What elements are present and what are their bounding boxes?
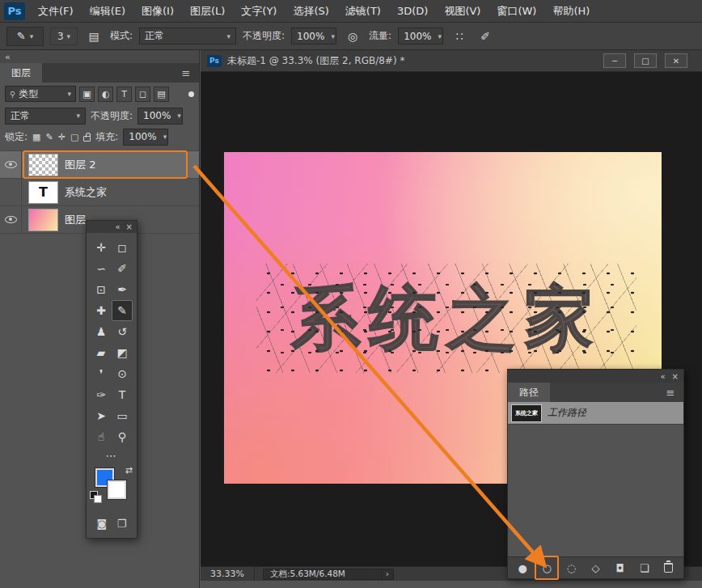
maximize-button[interactable]: □ bbox=[634, 53, 657, 68]
make-work-path-button[interactable]: ◇ bbox=[586, 558, 606, 577]
collapse-dock-icon[interactable]: « bbox=[5, 52, 11, 62]
status-expand-icon[interactable]: › bbox=[381, 569, 393, 579]
layer-name[interactable]: 图层 bbox=[65, 213, 86, 227]
text-layer-thumbnail[interactable]: T bbox=[28, 181, 58, 204]
lock-position-icon[interactable]: ✛ bbox=[58, 132, 66, 142]
close-panel-icon[interactable]: × bbox=[672, 372, 679, 381]
work-path-name[interactable]: 工作路径 bbox=[548, 406, 586, 420]
delete-path-button[interactable] bbox=[659, 558, 679, 577]
layer-name[interactable]: 系统之家 bbox=[65, 185, 107, 200]
eyedropper-tool[interactable]: ✒ bbox=[112, 279, 133, 300]
fill-path-button[interactable]: ● bbox=[513, 558, 532, 577]
layers-panel-tabbar: 图层 ≡ bbox=[0, 63, 199, 82]
panel-menu-icon[interactable]: ≡ bbox=[658, 383, 683, 402]
dodge-tool[interactable]: ⊙ bbox=[112, 363, 133, 384]
quick-selection-tool[interactable]: ✐ bbox=[112, 258, 133, 279]
eraser-tool[interactable]: ▰ bbox=[91, 342, 112, 363]
visibility-toggle[interactable] bbox=[0, 151, 22, 178]
visibility-toggle[interactable] bbox=[0, 179, 22, 205]
filter-adjustment-layers-icon[interactable]: ◐ bbox=[98, 87, 113, 102]
brush-size-picker[interactable]: 3 ▾ bbox=[50, 27, 78, 45]
work-path-row[interactable]: 系统之家 工作路径 bbox=[508, 402, 683, 425]
tab-paths[interactable]: 路径 bbox=[508, 383, 550, 402]
menu-item-window[interactable]: 窗口(W) bbox=[488, 0, 544, 23]
new-path-button[interactable]: ❏ bbox=[635, 558, 654, 577]
move-tool[interactable]: ✛ bbox=[91, 237, 112, 258]
swap-colors-icon[interactable]: ⇄ bbox=[125, 465, 133, 476]
lock-artboard-icon[interactable]: ▢ bbox=[70, 132, 78, 142]
quick-mask-icon[interactable]: ◙ bbox=[97, 518, 108, 530]
add-mask-button[interactable]: ◘ bbox=[611, 558, 630, 577]
pen-tool[interactable]: ✑ bbox=[91, 384, 112, 405]
type-tool[interactable]: T bbox=[112, 384, 133, 405]
layer-thumbnail[interactable] bbox=[28, 209, 58, 231]
rectangular-marquee-tool[interactable]: ◻ bbox=[112, 237, 133, 258]
tool-preset-picker[interactable]: ✎ ▾ bbox=[6, 27, 44, 46]
layer-blend-mode-select[interactable]: 正常 ▾ bbox=[5, 108, 86, 125]
more-tools-icon[interactable]: ⋯ bbox=[87, 447, 137, 463]
close-button[interactable]: ✕ bbox=[665, 53, 687, 68]
menu-item-3d[interactable]: 3D(D) bbox=[389, 0, 436, 23]
menu-item-select[interactable]: 选择(S) bbox=[285, 0, 336, 23]
background-color-swatch[interactable] bbox=[108, 480, 126, 499]
document-titlebar: Ps 未标题-1 @ 33.3% (图层 2, RGB/8#) * ─ □ ✕ bbox=[201, 50, 702, 72]
visibility-toggle[interactable] bbox=[0, 206, 22, 233]
brush-panel-toggle-icon[interactable]: ▤ bbox=[84, 27, 104, 45]
flow-select[interactable]: 100% ▾ bbox=[398, 27, 443, 44]
filter-pixel-layers-icon[interactable]: ▣ bbox=[79, 87, 95, 102]
filter-shape-layers-icon[interactable]: ◻ bbox=[135, 87, 150, 102]
pressure-opacity-icon[interactable]: ◎ bbox=[343, 27, 362, 45]
layer-row-text[interactable]: T 系统之家 bbox=[0, 179, 199, 206]
collapse-panel-icon[interactable]: « bbox=[115, 222, 120, 231]
lasso-tool[interactable]: ∽ bbox=[91, 258, 112, 279]
stroke-path-button[interactable]: ○ bbox=[537, 558, 556, 577]
path-selection-tool[interactable]: ➤ bbox=[91, 405, 112, 426]
healing-brush-tool[interactable]: ✚ bbox=[91, 300, 112, 321]
layer-name[interactable]: 图层 2 bbox=[65, 158, 95, 172]
blend-mode-select[interactable]: 正常 ▾ bbox=[139, 27, 236, 44]
airbrush-icon[interactable]: ∷ bbox=[450, 27, 469, 45]
history-brush-tool[interactable]: ↺ bbox=[112, 321, 133, 342]
layer-row-layer2[interactable]: 图层 2 bbox=[0, 151, 199, 179]
screen-mode-icon[interactable]: ❐ bbox=[117, 518, 127, 530]
menu-item-image[interactable]: 图像(I) bbox=[133, 0, 182, 23]
menu-item-filter[interactable]: 滤镜(T) bbox=[337, 0, 389, 23]
rectangle-tool[interactable]: ▭ bbox=[112, 405, 133, 426]
layer-opacity-select[interactable]: 100% ▾ bbox=[137, 108, 183, 125]
filter-smart-object-layers-icon[interactable]: ▤ bbox=[154, 87, 169, 102]
pressure-size-icon[interactable]: ✐ bbox=[476, 27, 495, 45]
minimize-button[interactable]: ─ bbox=[603, 53, 626, 68]
layer-filter-value: 类型 bbox=[19, 87, 38, 101]
zoom-tool[interactable]: ⚲ bbox=[112, 426, 133, 447]
load-path-as-selection-button[interactable]: ◌ bbox=[561, 558, 581, 577]
lock-transparency-icon[interactable]: ▦ bbox=[32, 132, 40, 142]
menu-item-type[interactable]: 文字(Y) bbox=[233, 0, 285, 23]
lock-label: 锁定: bbox=[5, 130, 27, 144]
layer-filter-select[interactable]: ⚲ 类型 ▾ bbox=[5, 86, 76, 102]
lock-pixels-icon[interactable]: ✎ bbox=[45, 132, 53, 142]
filter-type-layers-icon[interactable]: T bbox=[116, 87, 132, 102]
menu-item-help[interactable]: 帮助(H) bbox=[544, 0, 598, 23]
zoom-level[interactable]: 33.33% bbox=[201, 567, 255, 581]
lock-all-icon[interactable] bbox=[83, 136, 91, 142]
layer-fill-select[interactable]: 100% ▾ bbox=[123, 129, 168, 146]
menu-item-view[interactable]: 视图(V) bbox=[436, 0, 488, 23]
clone-stamp-tool[interactable]: ♟ bbox=[91, 321, 112, 342]
tab-layers[interactable]: 图层 bbox=[0, 63, 42, 82]
blur-tool[interactable]: ❜ bbox=[91, 363, 112, 384]
collapse-panel-icon[interactable]: « bbox=[660, 372, 665, 381]
menu-item-layer[interactable]: 图层(L) bbox=[182, 0, 233, 23]
menu-item-edit[interactable]: 编辑(E) bbox=[82, 0, 133, 23]
layer-thumbnail[interactable] bbox=[28, 154, 58, 176]
brush-tool[interactable]: ✎ bbox=[112, 300, 133, 321]
close-panel-icon[interactable]: × bbox=[126, 222, 133, 231]
gradient-tool[interactable]: ◩ bbox=[112, 342, 133, 363]
crop-tool[interactable]: ⊡ bbox=[91, 279, 112, 300]
menu-item-file[interactable]: 文件(F) bbox=[30, 0, 82, 23]
panel-menu-icon[interactable]: ≡ bbox=[173, 63, 199, 82]
tools-panel-header: « × bbox=[87, 221, 137, 233]
hand-tool[interactable]: ☝ bbox=[91, 426, 112, 447]
default-colors-icon[interactable] bbox=[90, 491, 102, 503]
opacity-select[interactable]: 100% ▾ bbox=[291, 27, 336, 44]
filter-toggle-icon[interactable] bbox=[188, 91, 194, 97]
